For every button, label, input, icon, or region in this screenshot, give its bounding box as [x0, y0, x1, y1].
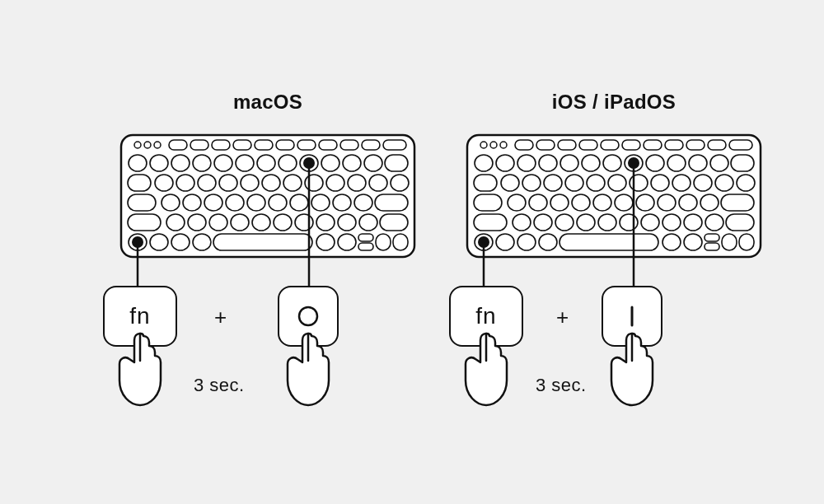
svg-point-102 — [560, 155, 578, 171]
ios-heading: iOS / iPadOS — [449, 91, 779, 114]
svg-point-54 — [166, 214, 185, 231]
svg-point-137 — [513, 214, 531, 231]
svg-rect-72 — [358, 234, 373, 241]
svg-point-145 — [684, 214, 702, 231]
svg-rect-4 — [169, 140, 187, 150]
svg-rect-158 — [739, 234, 754, 250]
svg-point-15 — [129, 155, 147, 171]
svg-point-49 — [311, 194, 330, 211]
svg-point-19 — [214, 155, 232, 171]
svg-point-18 — [193, 155, 211, 171]
svg-rect-93 — [644, 140, 662, 150]
svg-point-127 — [550, 194, 569, 211]
svg-point-125 — [508, 194, 526, 211]
svg-rect-27 — [385, 155, 408, 171]
ios-panel: iOS / iPadOS fn + — [449, 91, 779, 298]
svg-rect-10 — [297, 140, 316, 150]
svg-rect-5 — [190, 140, 208, 150]
svg-rect-95 — [686, 140, 705, 150]
svg-rect-124 — [474, 194, 502, 211]
svg-point-132 — [658, 194, 676, 211]
svg-rect-89 — [558, 140, 576, 150]
svg-point-42 — [162, 194, 180, 211]
svg-point-43 — [183, 194, 201, 211]
fn-key-label: fn — [475, 303, 496, 329]
svg-rect-88 — [536, 140, 555, 150]
svg-point-62 — [338, 214, 356, 231]
svg-rect-69 — [213, 234, 312, 250]
svg-point-16 — [150, 155, 168, 171]
svg-point-46 — [247, 194, 265, 211]
svg-point-51 — [354, 194, 372, 211]
plus-sign-ios: + — [556, 305, 569, 330]
svg-point-98 — [475, 155, 493, 171]
hand-press-icon — [275, 329, 341, 412]
circle-glyph-icon — [296, 304, 321, 329]
plus-sign-macos: + — [214, 305, 227, 330]
svg-point-153 — [662, 234, 681, 250]
svg-point-149 — [496, 234, 514, 250]
svg-rect-110 — [731, 155, 754, 171]
svg-point-109 — [710, 155, 728, 171]
svg-point-30 — [176, 175, 194, 191]
svg-point-115 — [565, 175, 583, 191]
svg-rect-94 — [665, 140, 683, 150]
svg-point-151 — [539, 234, 557, 250]
svg-rect-135 — [721, 194, 754, 211]
svg-point-26 — [364, 155, 382, 171]
svg-rect-87 — [515, 140, 533, 150]
svg-rect-28 — [128, 175, 151, 191]
svg-rect-11 — [319, 140, 337, 150]
svg-point-118 — [630, 175, 648, 191]
svg-point-44 — [204, 194, 222, 211]
svg-rect-96 — [708, 140, 726, 150]
svg-point-68 — [193, 234, 211, 250]
svg-point-142 — [620, 214, 638, 231]
svg-rect-52 — [375, 194, 408, 211]
svg-point-116 — [587, 175, 605, 191]
svg-point-80 — [299, 307, 317, 325]
svg-point-121 — [694, 175, 712, 191]
svg-point-126 — [529, 194, 547, 211]
svg-point-67 — [171, 234, 190, 250]
svg-point-138 — [534, 214, 552, 231]
svg-point-60 — [295, 214, 313, 231]
svg-point-24 — [321, 155, 339, 171]
svg-rect-75 — [393, 234, 408, 250]
svg-point-57 — [231, 214, 249, 231]
keyboard-illustration-macos — [119, 133, 416, 298]
svg-point-48 — [290, 194, 308, 211]
svg-point-106 — [646, 155, 664, 171]
svg-point-141 — [598, 214, 616, 231]
hand-press-icon — [453, 329, 519, 412]
svg-point-113 — [522, 175, 541, 191]
svg-rect-74 — [376, 234, 391, 250]
svg-rect-155 — [705, 234, 719, 241]
hand-press-icon — [599, 329, 665, 412]
svg-point-31 — [198, 175, 216, 191]
svg-point-32 — [219, 175, 237, 191]
svg-point-140 — [577, 214, 595, 231]
svg-rect-152 — [559, 234, 658, 250]
svg-point-66 — [150, 234, 168, 250]
svg-point-37 — [326, 175, 344, 191]
svg-point-21 — [257, 155, 275, 171]
svg-point-120 — [672, 175, 691, 191]
svg-point-61 — [316, 214, 335, 231]
keyboard-illustration-ios — [466, 133, 762, 298]
svg-rect-156 — [705, 243, 719, 250]
svg-point-104 — [603, 155, 621, 171]
svg-rect-97 — [729, 140, 752, 150]
svg-point-47 — [269, 194, 287, 211]
duration-label-ios: 3 sec. — [536, 375, 587, 396]
hand-press-icon — [107, 329, 173, 412]
svg-point-107 — [667, 155, 686, 171]
svg-point-144 — [662, 214, 681, 231]
svg-point-129 — [593, 194, 611, 211]
svg-rect-9 — [276, 140, 294, 150]
svg-rect-64 — [380, 214, 408, 231]
svg-rect-147 — [726, 214, 754, 231]
svg-point-56 — [209, 214, 227, 231]
fn-key-label: fn — [129, 303, 150, 329]
svg-point-117 — [608, 175, 626, 191]
